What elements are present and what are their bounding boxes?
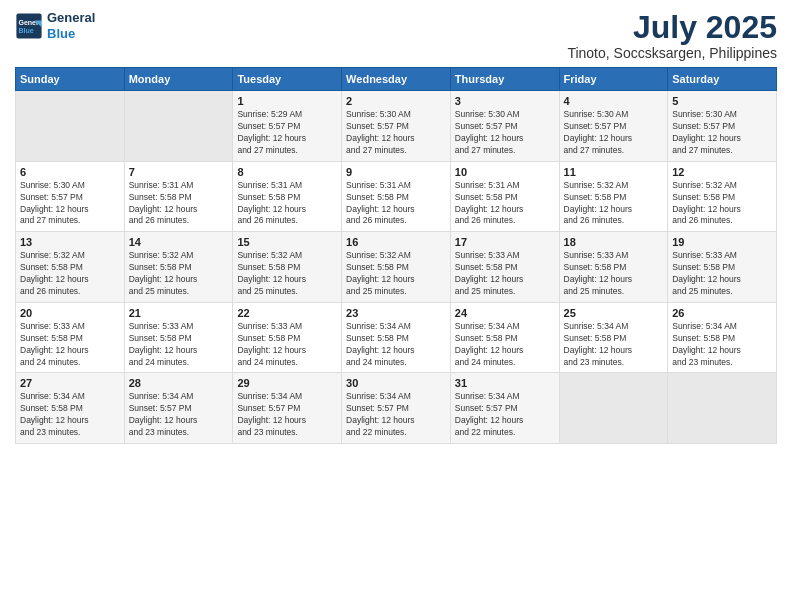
calendar-cell: 18Sunrise: 5:33 AMSunset: 5:58 PMDayligh…: [559, 232, 668, 303]
day-info: Sunrise: 5:34 AMSunset: 5:57 PMDaylight:…: [455, 391, 555, 439]
calendar-cell: 25Sunrise: 5:34 AMSunset: 5:58 PMDayligh…: [559, 302, 668, 373]
day-info: Sunrise: 5:32 AMSunset: 5:58 PMDaylight:…: [20, 250, 120, 298]
calendar-cell: [559, 373, 668, 444]
day-info: Sunrise: 5:31 AMSunset: 5:58 PMDaylight:…: [346, 180, 446, 228]
day-number: 28: [129, 377, 229, 389]
day-info: Sunrise: 5:33 AMSunset: 5:58 PMDaylight:…: [129, 321, 229, 369]
calendar-cell: 28Sunrise: 5:34 AMSunset: 5:57 PMDayligh…: [124, 373, 233, 444]
day-number: 17: [455, 236, 555, 248]
logo: General Blue General Blue: [15, 10, 95, 41]
day-number: 3: [455, 95, 555, 107]
calendar-cell: 19Sunrise: 5:33 AMSunset: 5:58 PMDayligh…: [668, 232, 777, 303]
day-number: 11: [564, 166, 664, 178]
calendar-cell: 1Sunrise: 5:29 AMSunset: 5:57 PMDaylight…: [233, 91, 342, 162]
day-info: Sunrise: 5:32 AMSunset: 5:58 PMDaylight:…: [564, 180, 664, 228]
week-row: 20Sunrise: 5:33 AMSunset: 5:58 PMDayligh…: [16, 302, 777, 373]
calendar-cell: 16Sunrise: 5:32 AMSunset: 5:58 PMDayligh…: [342, 232, 451, 303]
day-info: Sunrise: 5:34 AMSunset: 5:57 PMDaylight:…: [129, 391, 229, 439]
day-number: 5: [672, 95, 772, 107]
day-info: Sunrise: 5:30 AMSunset: 5:57 PMDaylight:…: [455, 109, 555, 157]
day-number: 16: [346, 236, 446, 248]
day-number: 1: [237, 95, 337, 107]
calendar-cell: 13Sunrise: 5:32 AMSunset: 5:58 PMDayligh…: [16, 232, 125, 303]
day-info: Sunrise: 5:34 AMSunset: 5:58 PMDaylight:…: [20, 391, 120, 439]
day-number: 21: [129, 307, 229, 319]
calendar-cell: [16, 91, 125, 162]
calendar-cell: 29Sunrise: 5:34 AMSunset: 5:57 PMDayligh…: [233, 373, 342, 444]
day-number: 12: [672, 166, 772, 178]
day-number: 8: [237, 166, 337, 178]
week-row: 27Sunrise: 5:34 AMSunset: 5:58 PMDayligh…: [16, 373, 777, 444]
header-day: Wednesday: [342, 68, 451, 91]
calendar-cell: 12Sunrise: 5:32 AMSunset: 5:58 PMDayligh…: [668, 161, 777, 232]
day-info: Sunrise: 5:33 AMSunset: 5:58 PMDaylight:…: [672, 250, 772, 298]
calendar-cell: 11Sunrise: 5:32 AMSunset: 5:58 PMDayligh…: [559, 161, 668, 232]
calendar-cell: 3Sunrise: 5:30 AMSunset: 5:57 PMDaylight…: [450, 91, 559, 162]
calendar-cell: 4Sunrise: 5:30 AMSunset: 5:57 PMDaylight…: [559, 91, 668, 162]
svg-rect-0: [16, 13, 41, 38]
day-info: Sunrise: 5:32 AMSunset: 5:58 PMDaylight:…: [346, 250, 446, 298]
day-number: 22: [237, 307, 337, 319]
calendar-cell: 17Sunrise: 5:33 AMSunset: 5:58 PMDayligh…: [450, 232, 559, 303]
day-info: Sunrise: 5:30 AMSunset: 5:57 PMDaylight:…: [346, 109, 446, 157]
header-day: Friday: [559, 68, 668, 91]
day-number: 25: [564, 307, 664, 319]
svg-text:Blue: Blue: [19, 27, 34, 34]
day-number: 30: [346, 377, 446, 389]
calendar-cell: 5Sunrise: 5:30 AMSunset: 5:57 PMDaylight…: [668, 91, 777, 162]
calendar-cell: 10Sunrise: 5:31 AMSunset: 5:58 PMDayligh…: [450, 161, 559, 232]
calendar-cell: 6Sunrise: 5:30 AMSunset: 5:57 PMDaylight…: [16, 161, 125, 232]
day-number: 27: [20, 377, 120, 389]
calendar-cell: 21Sunrise: 5:33 AMSunset: 5:58 PMDayligh…: [124, 302, 233, 373]
day-info: Sunrise: 5:34 AMSunset: 5:58 PMDaylight:…: [564, 321, 664, 369]
header-day: Monday: [124, 68, 233, 91]
main-title: July 2025: [567, 10, 777, 45]
day-number: 14: [129, 236, 229, 248]
day-info: Sunrise: 5:32 AMSunset: 5:58 PMDaylight:…: [672, 180, 772, 228]
calendar-cell: 7Sunrise: 5:31 AMSunset: 5:58 PMDaylight…: [124, 161, 233, 232]
header-day: Thursday: [450, 68, 559, 91]
day-info: Sunrise: 5:29 AMSunset: 5:57 PMDaylight:…: [237, 109, 337, 157]
calendar-cell: 24Sunrise: 5:34 AMSunset: 5:58 PMDayligh…: [450, 302, 559, 373]
subtitle: Tinoto, Soccsksargen, Philippines: [567, 45, 777, 61]
logo-line2: Blue: [47, 26, 75, 41]
day-number: 24: [455, 307, 555, 319]
day-info: Sunrise: 5:34 AMSunset: 5:57 PMDaylight:…: [346, 391, 446, 439]
day-info: Sunrise: 5:32 AMSunset: 5:58 PMDaylight:…: [129, 250, 229, 298]
day-info: Sunrise: 5:34 AMSunset: 5:58 PMDaylight:…: [455, 321, 555, 369]
day-number: 23: [346, 307, 446, 319]
calendar-cell: [124, 91, 233, 162]
day-number: 7: [129, 166, 229, 178]
day-number: 26: [672, 307, 772, 319]
logo-text: General Blue: [47, 10, 95, 41]
day-info: Sunrise: 5:32 AMSunset: 5:58 PMDaylight:…: [237, 250, 337, 298]
day-number: 10: [455, 166, 555, 178]
calendar-cell: 15Sunrise: 5:32 AMSunset: 5:58 PMDayligh…: [233, 232, 342, 303]
day-info: Sunrise: 5:30 AMSunset: 5:57 PMDaylight:…: [564, 109, 664, 157]
day-info: Sunrise: 5:31 AMSunset: 5:58 PMDaylight:…: [237, 180, 337, 228]
calendar-cell: [668, 373, 777, 444]
logo-icon: General Blue: [15, 12, 43, 40]
day-info: Sunrise: 5:31 AMSunset: 5:58 PMDaylight:…: [455, 180, 555, 228]
calendar-cell: 14Sunrise: 5:32 AMSunset: 5:58 PMDayligh…: [124, 232, 233, 303]
title-block: July 2025 Tinoto, Soccsksargen, Philippi…: [567, 10, 777, 61]
calendar-cell: 23Sunrise: 5:34 AMSunset: 5:58 PMDayligh…: [342, 302, 451, 373]
header: General Blue General Blue July 2025 Tino…: [15, 10, 777, 61]
calendar-cell: 26Sunrise: 5:34 AMSunset: 5:58 PMDayligh…: [668, 302, 777, 373]
day-info: Sunrise: 5:33 AMSunset: 5:58 PMDaylight:…: [20, 321, 120, 369]
header-day: Sunday: [16, 68, 125, 91]
logo-line1: General: [47, 10, 95, 26]
day-number: 29: [237, 377, 337, 389]
day-info: Sunrise: 5:33 AMSunset: 5:58 PMDaylight:…: [237, 321, 337, 369]
day-info: Sunrise: 5:33 AMSunset: 5:58 PMDaylight:…: [564, 250, 664, 298]
day-info: Sunrise: 5:34 AMSunset: 5:58 PMDaylight:…: [672, 321, 772, 369]
day-number: 31: [455, 377, 555, 389]
header-row: SundayMondayTuesdayWednesdayThursdayFrid…: [16, 68, 777, 91]
calendar-cell: 20Sunrise: 5:33 AMSunset: 5:58 PMDayligh…: [16, 302, 125, 373]
day-number: 15: [237, 236, 337, 248]
day-info: Sunrise: 5:34 AMSunset: 5:57 PMDaylight:…: [237, 391, 337, 439]
page: General Blue General Blue July 2025 Tino…: [0, 0, 792, 612]
week-row: 6Sunrise: 5:30 AMSunset: 5:57 PMDaylight…: [16, 161, 777, 232]
header-day: Saturday: [668, 68, 777, 91]
day-number: 2: [346, 95, 446, 107]
